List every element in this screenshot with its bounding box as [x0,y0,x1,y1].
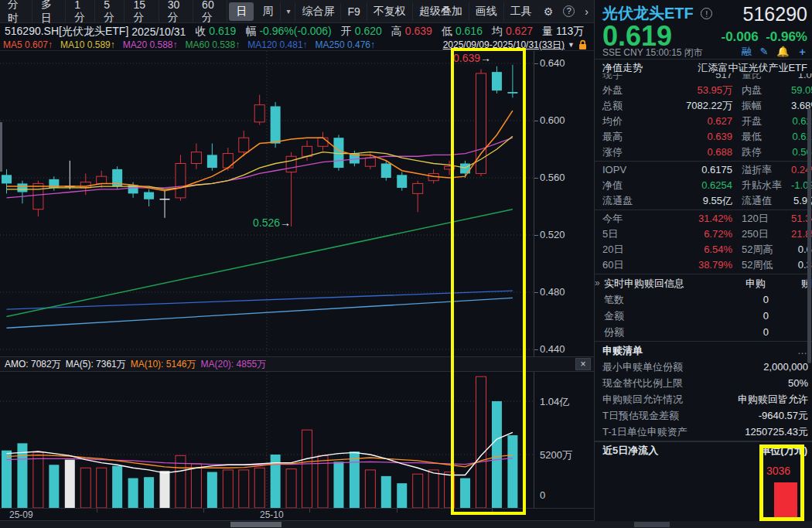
stat-label-最低: 最低 [732,129,791,145]
nav-net-value-link[interactable]: 净值走势 [602,62,643,73]
stat-label-20日: 20日 [602,242,650,257]
ma-value-MA10: MA10 0.589↑ [60,39,115,50]
sub-buy-金额: 0 [722,308,769,324]
info-icon[interactable]: ! [701,8,712,19]
x-label-sep: 25-09 [9,509,33,520]
plus-icon[interactable]: ＋ [797,46,807,57]
stat-label-外盘: 外盘 [602,83,650,98]
stat-value-量比: 1.06 [791,73,812,83]
quote-label-开: 开 [341,25,352,37]
dropdown-caret-icon[interactable]: ▾ [281,7,295,15]
scrollbar-thumb-2[interactable] [634,522,670,527]
ma-value-MA5: MA5 0.607↑ [3,39,53,50]
net-inflow-chart: 3036 [595,458,812,521]
sub-redeem-笔数: 0 [769,291,812,308]
date-range-selector[interactable]: 2025/09/09-2025/10/31(33日) [443,39,565,52]
panel-scrollbar[interactable] [807,108,811,363]
stat-label-流通值: 流通值 [732,193,791,209]
volume-tick-5200万: 5200万 [540,448,572,462]
left-scrollbar[interactable] [0,122,2,172]
high-annotation: 0.639→ [453,52,491,64]
net-inflow-title: 近5日净流入 [602,442,658,458]
ellipsis-icon[interactable]: … [797,342,807,359]
close-icon[interactable]: × [575,358,591,370]
volume-tick-0: 0 [540,489,545,501]
net-inflow-value: 3036 [766,465,790,477]
ma-value-MA120: MA120 0.481↑ [247,39,307,50]
volume-indicator-bar: AMO: 7082万 MA(5): 7361万 MA(10): 5146万 MA… [0,356,594,372]
tick-mark [534,235,538,236]
toolbar-item-不复权[interactable]: 不复权 [367,2,412,21]
ma-value-MA20: MA20 0.588↑ [123,39,178,50]
volume-chart[interactable] [0,372,534,508]
bell-icon[interactable]: 🔔 [776,46,789,57]
stat-group-2: 今年31.42%120日51.34%5日6.72%250日21.85%20日6.… [595,210,812,274]
quote-label-收: 收 [195,25,206,37]
toolbar-item-超级叠加[interactable]: 超级叠加 [412,2,469,21]
stat-label-开盘: 开盘 [732,114,791,129]
tick-mark [534,121,538,121]
toolbar-actions: 综合屏F9不复权超级叠加画线工具⚙?› [295,2,594,21]
subscription-row-金额: 金额00 [595,308,812,324]
stat-label-IOPV: IOPV [602,162,650,178]
toolbar-item-F9[interactable]: F9 [340,3,366,20]
quote-value-低: 0.616 [455,25,483,37]
sub-label-笔数: 笔数 [604,291,722,308]
lock-icon[interactable] [578,39,588,50]
quote-value-开: 0.620 [355,25,382,37]
edit-icon[interactable]: ✎ [760,46,769,57]
quote-label-高: 高 [391,25,402,37]
toolbar-item-画线[interactable]: 画线 [469,2,503,21]
ma-indicator-bar: MA5 0.607↑MA10 0.589↑MA20 0.588↑MA60 0.5… [0,39,594,51]
margin-trading-icon[interactable]: 融 [742,46,752,57]
price-tick-0.640: 0.640 [540,57,565,69]
stat-label-最高: 最高 [602,129,650,145]
price-tick-0.440: 0.440 [540,343,565,355]
subscription-row-份额: 份额00 [595,324,812,340]
toolbar-item-工具[interactable]: 工具 [503,2,538,21]
trading-terminal: 分时多日1分5分15分30分60分日周 ▾ 综合屏F9不复权超级叠加画线工具⚙?… [0,0,812,528]
more-icon[interactable]: › [579,4,594,19]
stat-value-现手: 517 [650,73,732,83]
sub-buy-笔数: 0 [722,291,769,308]
quote-value-收: 0.619 [209,25,236,37]
stat-label-120日: 120日 [732,211,791,227]
stat-row-均价: 均价0.627开盘0.620 [595,114,812,129]
tab-日[interactable]: 日 [229,2,254,21]
tab-周[interactable]: 周 [255,2,281,21]
stat-label-52周低: 52周低 [732,257,791,273]
chevron-collapse-icon[interactable]: » [595,275,604,291]
sub-redeem-金额: 0 [769,308,812,324]
stat-group-0: 现手517量比1.06外盘53.95万内盘59.05万总额7082.22万振幅3… [595,73,812,162]
horizontal-scrollbar[interactable] [0,521,812,528]
stat-row-外盘: 外盘53.95万内盘59.05万 [595,83,812,98]
help-icon[interactable]: ? [563,5,575,17]
redemption-row-T日预估现金差额: T日预估现金差额-9640.57元 [595,407,812,424]
stat-value-外盘: 53.95万 [650,83,732,98]
stat-value-20日: 6.54% [650,242,732,257]
stat-label-250日: 250日 [732,227,791,242]
quote-fields: 收0.619幅-0.96%(-0.006)开0.620高0.639低0.616均… [189,25,587,39]
candlestick-chart[interactable] [0,51,534,356]
stat-label-总额: 总额 [602,98,650,114]
sub-label-金额: 金额 [604,308,722,324]
volume-tick-1.04亿: 1.04亿 [540,395,569,409]
stat-label-流通盘: 流通盘 [602,193,650,209]
chevron-down-icon[interactable]: ▼ [568,41,575,49]
quote-value-高: 0.639 [405,25,432,37]
stat-row-60日: 60日38.79%52周低0.37 [595,257,812,273]
stat-label-量比: 量比 [732,73,791,83]
stat-row-净值: 净值0.6254升贴水率-1.02% [595,178,812,193]
tick-mark [534,292,538,293]
sub-buy-份额: 0 [722,324,769,340]
toolbar-item-综合屏[interactable]: 综合屏 [295,2,340,21]
scrollbar-thumb[interactable] [230,522,281,527]
ma-value-MA60: MA60 0.538↑ [185,39,240,50]
red-value-申购赎回允许情况: 申购赎回皆允许 [738,391,808,407]
gear-icon[interactable]: ⚙ [538,4,559,19]
stat-label-现手: 现手 [602,73,650,83]
stat-value-今年: 31.42% [650,211,732,227]
quote-label-均: 均 [492,25,503,37]
net-inflow-unit: 单位(万元) [760,442,807,458]
subscription-col-buy: 申购 [719,275,766,291]
